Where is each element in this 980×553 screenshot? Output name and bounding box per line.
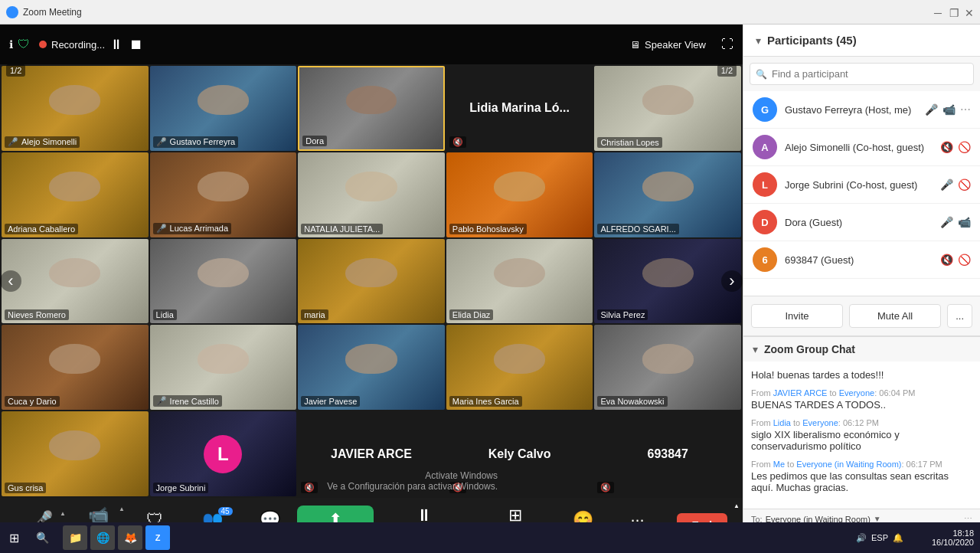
mute-icon: 🎤 — [156, 396, 167, 406]
firefox-btn[interactable]: 🦊 — [118, 525, 142, 550]
chat-messages: Hola! buenas tardes a todes!!! From JAVI… — [743, 362, 980, 509]
to-link: Everyone (in Waiting Room) — [796, 460, 901, 469]
participant-controls: 🎤 🚫 — [940, 178, 971, 191]
big-name-label: JAVIER ARCE — [331, 447, 412, 461]
chat-header[interactable]: ▾ Zoom Group Chat — [743, 337, 980, 362]
chrome-btn[interactable]: 🌐 — [90, 525, 115, 550]
mic-muted-icon: 🔇 — [940, 254, 953, 266]
chat-message-text: BUENAS TARDES A TODOS.. — [751, 399, 972, 411]
participant-item: D Dora (Guest) 🎤 📹 — [743, 204, 980, 241]
participant-name-label: Javier Pavese — [304, 397, 357, 406]
search-participant: 🔍 — [750, 63, 974, 85]
file-explorer-btn[interactable]: 📁 — [63, 525, 87, 550]
pause-icon[interactable]: ⏸ — [109, 37, 123, 53]
collapse-participants-btn[interactable]: ▾ — [756, 34, 761, 47]
minimize-button[interactable]: ─ — [934, 8, 943, 17]
video-cell: L Jorge Subrini — [150, 411, 297, 496]
participant-list: G Gustavo Ferreyra (Host, me) 🎤 📹 ⋯ A Al… — [743, 91, 980, 296]
notifications-icon[interactable]: 🔔 — [893, 533, 903, 543]
avatar: 6 — [753, 247, 777, 272]
invite-btn[interactable]: Invite — [751, 304, 843, 328]
participant-name-label: Silvia Perez — [600, 310, 645, 319]
chat-message-meta: From Me to Everyone (in Waiting Room): 0… — [751, 460, 972, 469]
video-cell: Adriana Caballero — [2, 152, 149, 237]
participant-name-label: Jorge Subrini — [156, 483, 206, 492]
stop-icon[interactable]: ⏹ — [129, 37, 143, 53]
video-arrow-icon: ▲ — [119, 506, 125, 512]
video-cell: JAVIER ARCE 🔇 — [298, 411, 445, 496]
video-cell: NATALIA JULIETA... — [298, 152, 445, 237]
participant-name-label: Maria Ines Garcia — [452, 397, 519, 406]
title-bar-text: Zoom Meeting — [23, 7, 82, 18]
recording-controls: ⏸ ⏹ — [109, 37, 143, 53]
chat-panel: ▾ Zoom Group Chat Hola! buenas tardes a … — [743, 336, 980, 553]
security-indicators: ℹ 🛡 — [9, 38, 30, 51]
title-bar-controls: ─ ❐ ✕ — [934, 8, 974, 17]
participant-name-label: Lucas Arrimada — [170, 224, 228, 233]
participants-panel-title: Participants (45) — [767, 34, 968, 47]
close-button[interactable]: ✕ — [965, 8, 974, 17]
video-area: ℹ 🛡 Recording... ⏸ ⏹ 🖥 Speaker View ⛶ — [0, 25, 743, 553]
video-cell: 693847 🔇 — [594, 411, 741, 496]
avatar: L — [753, 172, 777, 197]
participant-name-label: Christian Lopes — [600, 138, 658, 147]
volume-icon[interactable]: 🔊 — [856, 533, 867, 543]
participant-name-label: Eva Nowakowski — [600, 397, 664, 406]
big-name-label: Kely Calvo — [488, 447, 551, 461]
video-cell: ALFREDO SGARI... — [594, 152, 741, 237]
recording-label: Recording... — [51, 39, 105, 51]
mic-status-icon: 🎤 — [925, 103, 938, 116]
chat-message: From JAVIER ARCE to Everyone: 06:04 PM B… — [751, 388, 972, 411]
video-cell: Javier Pavese — [298, 325, 445, 410]
chat-message: From Lidia to Everyone: 06:12 PM siglo X… — [751, 418, 972, 452]
to-link: Everyone — [802, 418, 838, 427]
windows-taskbar: ⊞ 🔍 📁 🌐 🦊 Z 18:18 16/10/2020 🔊 ESP 🔔 — [0, 522, 980, 553]
participant-item: L Jorge Subrini (Co-host, guest) 🎤 🚫 — [743, 166, 980, 204]
share-arrow-icon: ▲ — [733, 502, 740, 509]
participant-item: 6 693847 (Guest) 🔇 🚫 — [743, 241, 980, 279]
video-cell: Christian Lopes — [594, 66, 741, 151]
mute-icon: 🔇 — [600, 483, 611, 492]
maximize-button[interactable]: ❐ — [949, 8, 959, 17]
mute-icon: 🔇 — [452, 137, 463, 147]
participant-name-text: Jorge Subrini (Co-host, guest) — [785, 179, 933, 191]
chat-panel-title: Zoom Group Chat — [764, 343, 855, 355]
avatar: A — [753, 135, 777, 159]
video-cell: 🎤Irene Castillo — [150, 325, 297, 410]
zoom-btn[interactable]: Z — [145, 525, 170, 550]
participant-name-label: Elida Diaz — [452, 310, 491, 319]
prev-page-btn[interactable]: ‹ — [0, 64, 21, 498]
video-cell: Dora — [298, 66, 445, 151]
chat-message-meta: From Lidia to Everyone: 06:12 PM — [751, 418, 972, 427]
meeting-top-bar: ℹ 🛡 Recording... ⏸ ⏹ 🖥 Speaker View ⛶ — [0, 25, 743, 64]
speaker-view-btn[interactable]: 🖥 Speaker View — [630, 39, 706, 51]
mute-all-btn[interactable]: Mute All — [849, 304, 941, 328]
video-cell: 🎤Alejo Simonelli — [2, 66, 149, 151]
participants-badge: 45 — [218, 507, 233, 515]
fullscreen-btn[interactable]: ⛶ — [721, 38, 733, 51]
search-taskbar-btn[interactable]: 🔍 — [28, 532, 57, 544]
participant-name-label: NATALIA JULIETA... — [304, 224, 380, 234]
recording-badge: Recording... ⏸ ⏹ — [39, 37, 143, 53]
video-cell: maria — [298, 239, 445, 324]
participant-name-label: maria — [304, 310, 325, 319]
start-btn[interactable]: ⊞ — [0, 531, 28, 545]
search-participant-input[interactable] — [750, 63, 974, 85]
cam-off-icon: 🚫 — [958, 141, 971, 153]
participant-name-text: Dora (Guest) — [785, 217, 933, 228]
recording-dot — [39, 41, 47, 48]
video-cell: 🎤Gustavo Ferreyra — [150, 66, 297, 151]
mic-icon: 🎤 — [940, 178, 953, 191]
title-bar-icon — [6, 6, 18, 18]
chat-message-meta: From JAVIER ARCE to Everyone: 06:04 PM — [751, 388, 972, 398]
more-options-btn[interactable]: ... — [947, 304, 972, 328]
next-page-btn[interactable]: › — [721, 64, 743, 498]
right-panel: ▾ Participants (45) 🔍 G Gustavo Ferreyra… — [743, 25, 980, 553]
taskbar-time: 18:18 16/10/2020 — [932, 528, 974, 547]
participant-name-text: 693847 (Guest) — [785, 254, 933, 266]
participant-name-label: Dora — [305, 136, 324, 146]
more-options-icon: ⋯ — [960, 103, 971, 116]
participant-item: A Alejo Simonelli (Co-host, guest) 🔇 🚫 — [743, 129, 980, 166]
participant-name-text: Alejo Simonelli (Co-host, guest) — [785, 142, 933, 153]
video-cell: 🎤Lucas Arrimada — [150, 152, 297, 237]
